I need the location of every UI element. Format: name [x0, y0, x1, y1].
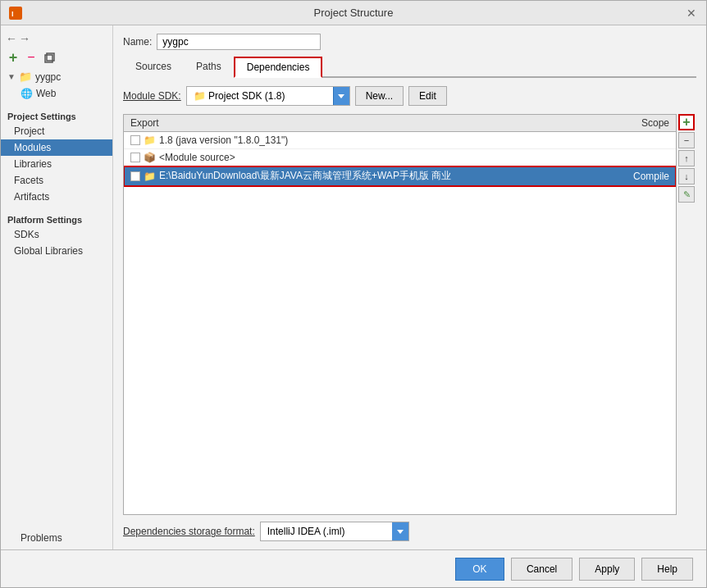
sdk-value: 📁 Project SDK (1.8): [187, 89, 333, 103]
module-sdk-label: Module SDK:: [123, 90, 181, 102]
help-button[interactable]: Help: [641, 558, 693, 581]
project-structure-dialog: I Project Structure ✕ ← → + − ▼ 📁: [0, 0, 707, 588]
ok-button[interactable]: OK: [455, 558, 504, 581]
right-panel: Name: Sources Paths Dependencies Module …: [113, 25, 706, 549]
table-row[interactable]: 📦 <Module source>: [124, 149, 676, 166]
sdk-edit-button[interactable]: Edit: [408, 86, 447, 106]
table-cell-export: 📦 <Module source>: [124, 149, 618, 166]
sidebar-minus-button[interactable]: −: [24, 50, 39, 65]
tree-child-web[interactable]: 🌐 Web: [1, 85, 112, 102]
sidebar-item-project[interactable]: Project: [1, 123, 112, 139]
project-settings-label: Project Settings: [1, 108, 112, 123]
svg-text:I: I: [11, 10, 14, 18]
storage-select[interactable]: IntelliJ IDEA (.iml): [260, 522, 409, 541]
apply-button[interactable]: Apply: [579, 558, 635, 581]
storage-label: Dependencies storage format:: [123, 526, 255, 537]
table-cell-scope: [618, 149, 676, 166]
cancel-button[interactable]: Cancel: [511, 558, 572, 581]
platform-settings-section: Platform Settings SDKs Global Libraries: [1, 212, 112, 259]
header-scope: Scope: [618, 115, 676, 132]
table-row[interactable]: 📁 1.8 (java version "1.8.0_131"): [124, 132, 676, 149]
name-input[interactable]: [157, 34, 321, 50]
main-content: ← → + − ▼ 📁 yygpc 🌐 Web: [1, 25, 706, 549]
deps-table: Export Scope: [124, 115, 676, 186]
move-down-button[interactable]: ↓: [678, 168, 695, 185]
pencil-icon: ✎: [683, 189, 691, 200]
side-actions: + − ↑ ↓ ✎: [678, 114, 696, 515]
table-cell-export: 📁 E:\BaiduYunDownload\最新JAVA云商城管理系统+WAP手…: [124, 166, 618, 186]
sidebar: ← → + − ▼ 📁 yygpc 🌐 Web: [1, 25, 113, 549]
folder-icon: 📁: [144, 171, 156, 182]
export-checkbox[interactable]: [130, 171, 140, 181]
sidebar-item-problems[interactable]: Problems: [7, 530, 106, 546]
sidebar-copy-button[interactable]: [42, 50, 57, 65]
name-label: Name:: [123, 36, 152, 48]
app-logo: I: [9, 7, 22, 20]
forward-button[interactable]: →: [19, 32, 30, 45]
sdk-dropdown-button[interactable]: [333, 87, 349, 105]
tabs-row: Sources Paths Dependencies: [123, 57, 696, 78]
sidebar-item-global-libraries[interactable]: Global Libraries: [1, 243, 112, 259]
deps-area: Export Scope: [123, 114, 696, 515]
web-icon: 🌐: [21, 88, 33, 99]
sidebar-item-modules[interactable]: Modules: [1, 139, 112, 156]
folder-icon: 📁: [144, 134, 156, 146]
folder-icon: 📁: [19, 71, 32, 83]
sidebar-item-facets[interactable]: Facets: [1, 172, 112, 189]
sidebar-toolbar: + −: [1, 48, 112, 68]
sidebar-item-artifacts[interactable]: Artifacts: [1, 189, 112, 205]
deps-table-container: Export Scope: [123, 114, 677, 515]
problems-section: Problems: [1, 526, 112, 549]
chevron-down-icon: [397, 530, 404, 534]
table-header-row: Export Scope: [124, 115, 676, 132]
tab-sources[interactable]: Sources: [123, 57, 184, 78]
platform-settings-label: Platform Settings: [1, 212, 112, 226]
table-cell-scope: Compile: [618, 166, 676, 186]
storage-dropdown-button[interactable]: [392, 522, 408, 540]
sidebar-item-libraries[interactable]: Libraries: [1, 156, 112, 172]
nav-arrows: ← →: [1, 29, 112, 48]
name-row: Name:: [123, 34, 696, 50]
back-button[interactable]: ←: [6, 32, 17, 45]
table-row[interactable]: 📁 E:\BaiduYunDownload\最新JAVA云商城管理系统+WAP手…: [124, 166, 676, 186]
sdk-select[interactable]: 📁 Project SDK (1.8): [186, 86, 350, 106]
footer: OK Cancel Apply Help: [1, 549, 706, 587]
tab-paths[interactable]: Paths: [184, 57, 234, 78]
sidebar-item-sdks[interactable]: SDKs: [1, 226, 112, 243]
remove-dependency-button[interactable]: −: [678, 132, 695, 148]
project-settings-section: Project Settings Project Modules Librari…: [1, 108, 112, 205]
dialog-title: Project Structure: [22, 7, 685, 19]
module-icon: 📦: [144, 152, 156, 163]
export-checkbox[interactable]: [130, 135, 140, 145]
close-button[interactable]: ✕: [685, 7, 698, 20]
sidebar-add-button[interactable]: +: [6, 50, 21, 65]
tree-root-label: yygpc: [35, 71, 61, 83]
header-export: Export: [124, 115, 618, 132]
storage-row: Dependencies storage format: IntelliJ ID…: [123, 522, 696, 541]
export-checkbox[interactable]: [130, 153, 140, 162]
edit-dependency-button[interactable]: ✎: [678, 186, 695, 203]
move-up-button[interactable]: ↑: [678, 150, 695, 166]
table-cell-export: 📁 1.8 (java version "1.8.0_131"): [124, 132, 618, 149]
tab-dependencies[interactable]: Dependencies: [234, 57, 323, 78]
table-cell-scope: [618, 132, 676, 149]
tree-root[interactable]: ▼ 📁 yygpc: [1, 68, 112, 85]
deps-main: Export Scope: [123, 114, 677, 515]
tree-child-label: Web: [36, 88, 56, 99]
module-sdk-row: Module SDK: 📁 Project SDK (1.8) New... E…: [123, 86, 696, 106]
add-dependency-button[interactable]: +: [678, 114, 695, 130]
chevron-down-icon: [338, 94, 344, 98]
title-bar: I Project Structure ✕: [1, 1, 706, 25]
sdk-new-button[interactable]: New...: [355, 86, 404, 106]
tree-arrow: ▼: [7, 72, 16, 81]
storage-value: IntelliJ IDEA (.iml): [261, 524, 392, 539]
